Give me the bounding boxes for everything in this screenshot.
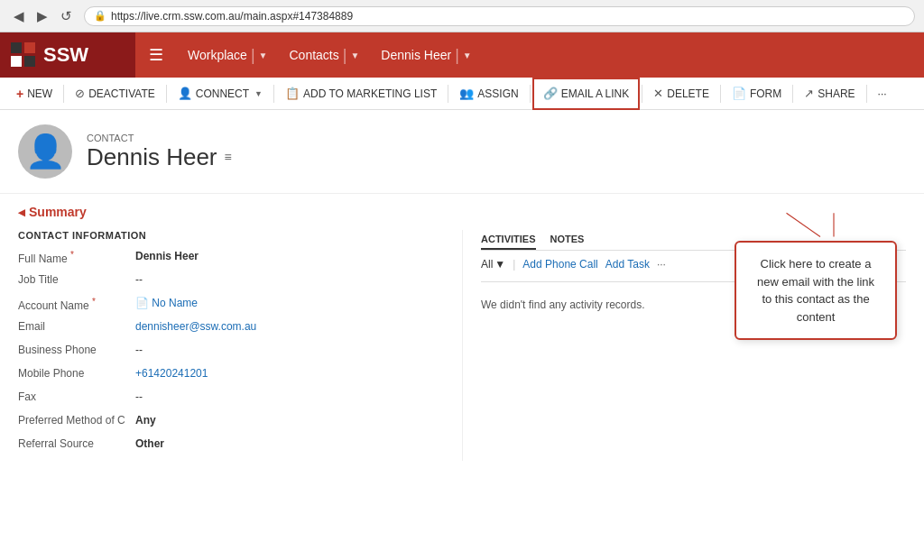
nav-sep-2: |: [343, 46, 347, 65]
tab-activities[interactable]: ACTIVITIES: [481, 230, 536, 250]
contact-label: CONTACT: [87, 133, 906, 143]
toolbar-sep-7: [720, 85, 721, 103]
plus-icon: +: [16, 87, 23, 101]
email-a-link-label: EMAIL A LINK: [561, 87, 630, 100]
workplace-chevron: ▼: [259, 50, 268, 60]
nav-item-contacts[interactable]: Contacts | ▼: [278, 32, 370, 78]
act-sep: |: [513, 258, 515, 271]
nav-items: Workplace | ▼ Contacts | ▼ Dennis Heer |…: [177, 32, 483, 78]
full-name-value: Dennis Heer: [135, 250, 199, 268]
activities-more-button[interactable]: ···: [657, 258, 666, 271]
connect-arrow: ▼: [254, 89, 263, 98]
full-name-row: Full Name * Dennis Heer: [18, 250, 444, 268]
back-button[interactable]: ◀: [9, 6, 29, 26]
business-phone-label: Business Phone: [18, 344, 135, 362]
account-name-value[interactable]: 📄 No Name: [135, 297, 198, 315]
contact-info-title: CONTACT INFORMATION: [18, 230, 444, 241]
refresh-button[interactable]: ↺: [56, 6, 77, 26]
assign-icon: 👥: [459, 87, 474, 100]
summary-label: Summary: [29, 205, 87, 219]
contact-name: Dennis Heer: [87, 143, 217, 171]
logo-sq-1: [11, 42, 22, 53]
marketing-icon: 📋: [285, 87, 300, 100]
lock-icon: 🔒: [94, 10, 106, 22]
form-label: FORM: [750, 87, 781, 100]
email-link-icon: 🔗: [543, 87, 558, 100]
nav-item-workplace[interactable]: Workplace | ▼: [177, 32, 278, 78]
assign-button[interactable]: 👥 ASSIGN: [450, 78, 527, 110]
summary-title: ◀ Summary: [18, 205, 906, 219]
contact-nav-name: Dennis Heer: [381, 48, 451, 62]
add-phone-call-button[interactable]: Add Phone Call: [522, 258, 597, 271]
mobile-phone-label: Mobile Phone: [18, 367, 135, 385]
preferred-method-label: Preferred Method of C: [18, 414, 135, 432]
job-title-row: Job Title --: [18, 273, 444, 291]
top-navigation: SSW ☰ Workplace | ▼ Contacts | ▼ Dennis …: [0, 32, 924, 78]
address-bar[interactable]: 🔒 https://live.crm.ssw.com.au/main.aspx#…: [84, 6, 915, 26]
contacts-label: Contacts: [289, 48, 338, 62]
logo-sq-4: [24, 56, 35, 67]
email-row: Email dennisheer@ssw.com.au: [18, 320, 444, 338]
contact-name-chevron: ▼: [463, 50, 472, 60]
nav-sep-1: |: [251, 46, 255, 65]
mobile-phone-value[interactable]: +61420241201: [135, 367, 208, 385]
toolbar-sep-3: [273, 85, 274, 103]
new-button[interactable]: + NEW: [7, 78, 61, 110]
logo-sq-2: [24, 42, 35, 53]
deactivate-label: DEACTIVATE: [88, 87, 155, 100]
referral-source-row: Referral Source Other: [18, 437, 444, 455]
toolbar-sep-1: [63, 85, 64, 103]
form-button[interactable]: 📄 FORM: [723, 78, 790, 110]
logo-area: SSW: [0, 32, 135, 78]
share-button[interactable]: ↗ SHARE: [795, 78, 864, 110]
logo-sq-3: [11, 56, 22, 67]
toolbar-sep-9: [866, 85, 867, 103]
account-name-row: Account Name * 📄 No Name: [18, 297, 444, 315]
toolbar-sep-8: [792, 85, 793, 103]
left-panel: CONTACT INFORMATION Full Name * Dennis H…: [18, 230, 462, 461]
add-task-button[interactable]: Add Task: [605, 258, 650, 271]
contacts-chevron: ▼: [350, 50, 359, 60]
callout-text: Click here to create a new email with th…: [757, 257, 874, 324]
account-icon: 📄: [135, 297, 149, 309]
logo-squares: [11, 42, 36, 68]
connect-button[interactable]: 👤 CONNECT ▼: [169, 78, 272, 110]
more-button[interactable]: ···: [869, 78, 896, 110]
callout-box: Click here to create a new email with th…: [735, 241, 897, 340]
contact-name-row: Dennis Heer ≡: [87, 143, 906, 171]
mobile-phone-row: Mobile Phone +61420241201: [18, 367, 444, 385]
contact-menu-icon[interactable]: ≡: [225, 150, 232, 164]
deactivate-button[interactable]: ⊘ DEACTIVATE: [66, 78, 164, 110]
add-to-marketing-button[interactable]: 📋 ADD TO MARKETING LIST: [276, 78, 446, 110]
activities-filter[interactable]: All ▼: [481, 258, 505, 271]
email-value[interactable]: dennisheer@ssw.com.au: [135, 320, 256, 338]
business-phone-value: --: [135, 344, 143, 362]
fax-value: --: [135, 390, 143, 409]
filter-label: All: [481, 258, 493, 271]
summary-section: ◀ Summary: [0, 194, 924, 219]
browser-chrome: ◀ ▶ ↺ 🔒 https://live.crm.ssw.com.au/main…: [0, 0, 924, 32]
forward-button[interactable]: ▶: [32, 6, 52, 26]
nav-item-contact-name[interactable]: Dennis Heer | ▼: [370, 32, 482, 78]
content: 👤 CONTACT Dennis Heer ≡ ◀ Summary CONTAC…: [0, 110, 924, 461]
form-icon: 📄: [732, 87, 746, 100]
job-title-value: --: [135, 273, 143, 291]
logo-text: SSW: [43, 43, 88, 67]
delete-button[interactable]: ✕ DELETE: [644, 78, 718, 110]
email-a-link-button[interactable]: 🔗 EMAIL A LINK: [532, 78, 641, 110]
fax-row: Fax --: [18, 390, 444, 409]
delete-icon: ✕: [653, 87, 663, 100]
tab-notes[interactable]: NOTES: [550, 230, 585, 250]
delete-label: DELETE: [667, 87, 709, 100]
new-label: NEW: [27, 87, 52, 100]
nav-sep-3: |: [455, 46, 459, 65]
email-label: Email: [18, 320, 135, 338]
hamburger-button[interactable]: ☰: [135, 45, 177, 65]
referral-source-label: Referral Source: [18, 437, 135, 455]
workplace-label: Workplace: [188, 48, 247, 62]
summary-arrow-icon: ◀: [18, 207, 25, 217]
browser-nav: ◀ ▶ ↺: [9, 6, 77, 26]
avatar-icon: 👤: [25, 133, 66, 170]
assign-label: ASSIGN: [477, 87, 518, 100]
connect-label: CONNECT: [196, 87, 249, 100]
